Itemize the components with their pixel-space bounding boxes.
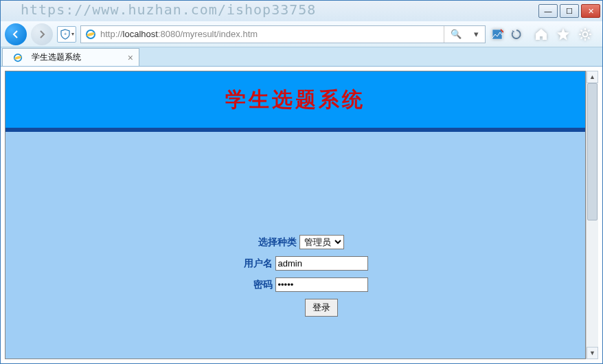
- type-row: 选择种类 管理员: [247, 235, 344, 249]
- tab-bar: 学生选题系统 ×: [1, 47, 602, 67]
- close-button[interactable]: ✕: [581, 4, 600, 18]
- dropdown-icon: ▾: [474, 29, 479, 39]
- broken-page-icon[interactable]: [490, 27, 505, 42]
- nav-right-icons: [528, 27, 598, 42]
- page-viewport: 学生选题系统 选择种类 管理员 用户名 密码: [5, 71, 586, 359]
- maximize-button[interactable]: ☐: [560, 4, 579, 18]
- tab-active[interactable]: 学生选题系统 ×: [2, 48, 139, 66]
- search-section[interactable]: 🔍 ▾: [444, 26, 485, 43]
- type-label: 选择种类: [247, 236, 297, 249]
- navigation-bar: + ▾ http://localhost:8080/myresult/index…: [1, 21, 602, 47]
- content-area: 学生选题系统 选择种类 管理员 用户名 密码: [1, 67, 602, 363]
- page-header: 学生选题系统: [5, 71, 585, 132]
- tab-title: 学生选题系统: [32, 52, 81, 63]
- favorites-icon[interactable]: [556, 27, 571, 42]
- home-icon[interactable]: [534, 27, 549, 42]
- svg-line-12: [581, 37, 582, 38]
- submit-row: 登录: [253, 299, 338, 317]
- address-bar[interactable]: http://localhost:8080/myresult/index.htm…: [80, 25, 486, 43]
- url-text: http://localhost:8080/myresult/index.htm: [100, 29, 444, 39]
- svg-rect-3: [492, 30, 502, 39]
- type-select[interactable]: 管理员: [299, 235, 344, 249]
- settings-icon[interactable]: [578, 27, 593, 42]
- page-title: 学生选题系统: [225, 86, 365, 114]
- scroll-thumb[interactable]: [587, 83, 598, 220]
- username-field[interactable]: [275, 256, 368, 271]
- scroll-track[interactable]: [587, 83, 598, 347]
- svg-line-9: [581, 30, 582, 31]
- password-label: 密码: [223, 279, 273, 291]
- compat-view-button[interactable]: + ▾: [57, 26, 76, 43]
- svg-text:+: +: [63, 31, 67, 37]
- password-row: 密码: [223, 277, 368, 292]
- vertical-scrollbar[interactable]: ▲ ▼: [586, 71, 598, 359]
- scroll-up-button[interactable]: ▲: [587, 71, 598, 83]
- browser-window: — ☐ ✕ + ▾ http://localhost:8080/myresult…: [0, 0, 603, 364]
- svg-line-10: [588, 37, 589, 38]
- forward-button[interactable]: [31, 23, 53, 45]
- tab-favicon: [11, 51, 25, 65]
- username-row: 用户名: [223, 256, 368, 271]
- password-field[interactable]: [275, 277, 368, 292]
- svg-point-4: [583, 32, 588, 36]
- search-icon: 🔍: [451, 29, 462, 39]
- username-label: 用户名: [223, 258, 273, 270]
- scroll-down-button[interactable]: ▼: [587, 347, 598, 359]
- login-form: 选择种类 管理员 用户名 密码 登录: [5, 132, 585, 317]
- ie-icon: [84, 27, 98, 41]
- login-button[interactable]: 登录: [305, 299, 338, 317]
- tab-close-icon[interactable]: ×: [128, 52, 133, 63]
- minimize-button[interactable]: —: [538, 4, 558, 18]
- refresh-button[interactable]: [509, 27, 524, 42]
- window-titlebar: — ☐ ✕: [1, 1, 602, 21]
- back-button[interactable]: [5, 23, 27, 45]
- svg-line-11: [588, 30, 589, 31]
